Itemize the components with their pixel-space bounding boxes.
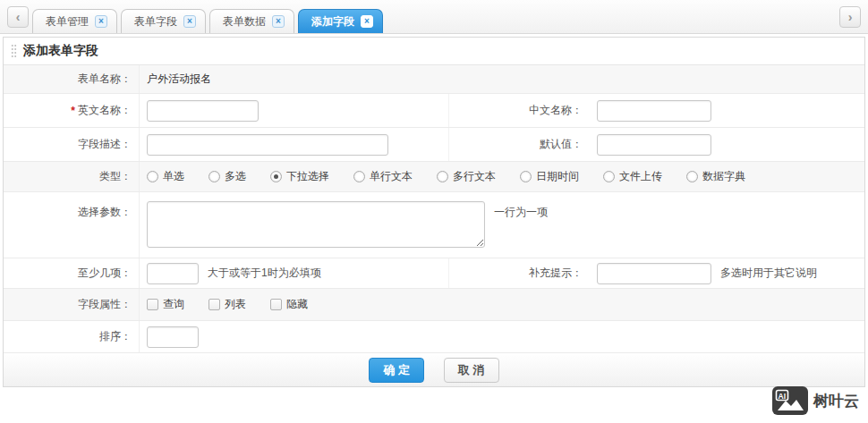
extra-tip-input[interactable] [597,263,711,284]
form-row-type: 类型： 单选 多选 下拉选择 单行文本 多行文本 [4,162,864,192]
attr-option-list[interactable]: 列表 [208,297,246,312]
tab-add-field-active[interactable]: 添加字段 × [298,9,383,33]
radio-icon [686,171,698,182]
radio-icon [437,171,448,182]
form-row-min-items: 至少几项： 大于或等于1时为必填项 补充提示： 多选时用于其它说明 [4,258,864,289]
close-icon[interactable]: × [361,15,373,28]
choice-params-label: 选择参数： [4,192,140,258]
choice-params-textarea[interactable] [147,201,485,248]
form-footer: 确 定 取 消 [4,353,864,386]
sort-label: 排序： [4,321,140,352]
tab-scroll-left-button[interactable]: ‹ [7,6,29,28]
type-option-dropdown[interactable]: 下拉选择 [270,169,329,184]
type-option-multi-line-text[interactable]: 多行文本 [437,169,496,184]
type-option-single-line-text[interactable]: 单行文本 [353,169,413,184]
watermark-logo: AI 树叶云 [772,386,859,415]
radio-icon [208,171,220,182]
chevron-right-icon: › [848,10,853,24]
panel-header: 添加表单字段 [4,38,864,65]
required-asterisk: * [71,105,75,117]
screen: ‹ 表单管理 × 表单字段 × 表单数据 × 添加字段 × › [0,0,868,423]
ok-button[interactable]: 确 定 [369,358,424,383]
min-items-hint: 大于或等于1时为必填项 [208,266,321,281]
field-desc-input[interactable] [147,134,388,156]
tab-label: 添加字段 [311,14,354,30]
form-name-label: 表单名称： [4,65,140,93]
tab-label: 表单字段 [134,14,177,30]
radio-checked-icon [270,171,282,182]
english-name-label: * 英文名称： [4,94,140,127]
panel-grip-icon [11,44,17,58]
field-attrs-options: 查询 列表 隐藏 [140,297,864,312]
close-icon[interactable]: × [272,15,285,28]
checkbox-icon [208,299,220,310]
tab-form-data[interactable]: 表单数据 × [209,9,294,33]
min-items-label: 至少几项： [4,258,140,288]
panel-title: 添加表单字段 [23,43,98,59]
type-option-data-dictionary[interactable]: 数据字典 [686,169,745,184]
tab-scroll-right-button[interactable]: › [839,6,861,28]
chevron-left-icon: ‹ [16,10,21,24]
type-options: 单选 多选 下拉选择 单行文本 多行文本 日期时间 [140,169,864,184]
field-desc-label: 字段描述： [4,128,140,161]
add-form-field-panel: 添加表单字段 表单名称： 户外活动报名 * 英文名称： 中文名称： 字段描述： … [3,37,865,387]
sort-input[interactable] [147,326,199,348]
chinese-name-label: 中文名称： [448,94,590,127]
type-label: 类型： [4,162,140,191]
chinese-name-input[interactable] [597,100,711,122]
close-icon[interactable]: × [183,15,196,28]
type-option-multi-choice[interactable]: 多选 [208,169,246,184]
radio-icon [353,171,365,182]
ai-picture-icon: AI [772,386,808,415]
attr-option-hidden[interactable]: 隐藏 [270,297,308,312]
tab-bar: ‹ 表单管理 × 表单字段 × 表单数据 × 添加字段 × › [0,0,868,34]
tab-form-management[interactable]: 表单管理 × [32,9,117,33]
choice-params-hint: 一行为一项 [494,201,548,220]
form-row-names: * 英文名称： 中文名称： [4,94,864,128]
tab-label: 表单数据 [223,14,266,30]
form-name-value: 户外活动报名 [147,72,211,87]
tab-list: 表单管理 × 表单字段 × 表单数据 × 添加字段 × [32,9,839,33]
checkbox-icon [270,299,282,310]
svg-text:AI: AI [779,392,787,401]
watermark-text: 树叶云 [813,391,859,411]
type-option-single-choice[interactable]: 单选 [147,169,184,184]
type-option-datetime[interactable]: 日期时间 [520,169,579,184]
radio-icon [520,171,532,182]
close-icon[interactable]: × [95,15,107,28]
radio-icon [603,171,615,182]
form-row-field-attrs: 字段属性： 查询 列表 隐藏 [4,289,864,321]
attr-option-query[interactable]: 查询 [147,297,184,312]
cancel-button[interactable]: 取 消 [444,358,499,383]
default-value-label: 默认值： [448,128,590,161]
form-row-desc-default: 字段描述： 默认值： [4,128,864,162]
field-attrs-label: 字段属性： [4,289,140,320]
min-items-input[interactable] [147,263,199,284]
tab-label: 表单管理 [46,14,89,30]
form-row-sort: 排序： [4,321,864,353]
extra-tip-label: 补充提示： [448,258,590,288]
default-value-input[interactable] [597,134,711,156]
extra-tip-hint: 多选时用于其它说明 [720,266,817,281]
english-name-input[interactable] [147,100,259,122]
form-row-form-name: 表单名称： 户外活动报名 [4,65,864,94]
radio-icon [147,171,158,182]
checkbox-icon [147,299,158,310]
form-row-choice-params: 选择参数： 一行为一项 [4,192,864,258]
tab-form-fields[interactable]: 表单字段 × [121,9,206,33]
type-option-file-upload[interactable]: 文件上传 [603,169,662,184]
